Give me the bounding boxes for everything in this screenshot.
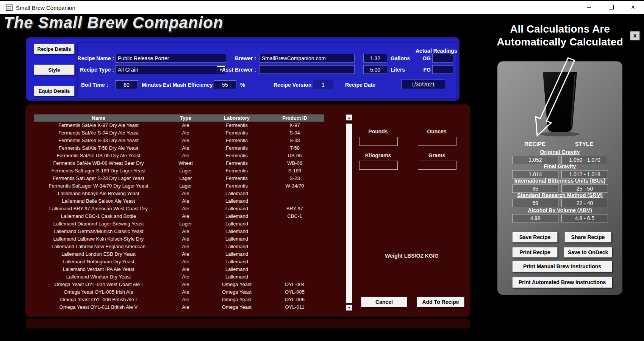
- table-row[interactable]: Lallemand Nottingham Dry Yeast Ale Lalle…: [34, 258, 324, 266]
- table-row[interactable]: Fermentis SafLager S-23 Dry Lager Yeast …: [34, 175, 324, 182]
- cell-product-id: WB-06: [265, 160, 324, 167]
- table-row[interactable]: Fermentis SafAle T-58 Dry Ale Yeast Ale …: [34, 144, 324, 152]
- table-row[interactable]: Omega Yeast OYL-011 British Ale V Ale Om…: [34, 303, 324, 311]
- final-gravity-label: Final Gravity: [497, 163, 622, 169]
- kilograms-input[interactable]: [359, 161, 398, 170]
- table-row[interactable]: Omega Yeast OYL-004 West Coast Ale I Ale…: [34, 281, 324, 288]
- page-title: The Small Brew Companion: [4, 14, 223, 32]
- brewer-input[interactable]: [259, 54, 355, 63]
- table-row[interactable]: Fermentis SafAle US-05 Dry Ale Yeast Ale…: [34, 152, 324, 160]
- close-button[interactable]: ✕: [622, 1, 644, 13]
- table-row[interactable]: Fermentis SafAle S-33 Dry Ale Yeast Ale …: [34, 137, 324, 144]
- cell-laboratory: Lallemand: [208, 250, 265, 258]
- ounces-input[interactable]: [418, 137, 456, 146]
- liters-input[interactable]: [363, 65, 387, 74]
- table-row[interactable]: Omega Yeast OYL-006 British Ale I Ale Om…: [34, 296, 324, 303]
- table-row[interactable]: Fermentis SafLager S-189 Dry Lager Yeast…: [34, 167, 324, 175]
- original-gravity-label: Original Gravity: [497, 149, 622, 155]
- table-row[interactable]: Fermentis SafAle K-97 Dry Ale Yeast Ale …: [34, 122, 324, 129]
- recipe-type-dropdown[interactable]: All Grain ▼: [115, 65, 226, 74]
- table-row[interactable]: Lallemand German/Munich Classic Yeast Al…: [34, 228, 324, 235]
- titlebar: Small Brew Companion ✕: [0, 0, 644, 14]
- boil-time-input[interactable]: [115, 80, 138, 89]
- pounds-input[interactable]: [359, 137, 398, 146]
- scroll-down-icon: ▼: [348, 306, 351, 310]
- table-row[interactable]: Lallemand Lalbrew New England American A…: [34, 243, 324, 250]
- table-scrollbar[interactable]: ▲ ▼: [346, 114, 352, 311]
- liters-label: Liters: [391, 67, 405, 73]
- cell-type: Lager: [163, 175, 208, 182]
- cell-laboratory: Lallemand: [208, 228, 265, 235]
- style-srm-range: 22 - 40: [561, 199, 608, 207]
- asst-brewer-input[interactable]: [259, 65, 355, 74]
- cell-name: Lallemand Belle Saison Ale Yeast: [34, 197, 163, 205]
- cell-product-id: [265, 273, 324, 281]
- cell-product-id: [265, 228, 324, 235]
- print-automated-brew-button[interactable]: Print Automated Brew Instructions: [512, 277, 612, 288]
- mash-efficiency-input[interactable]: [214, 80, 236, 89]
- print-manual-brew-button[interactable]: Print Manual Brew Instructions: [512, 261, 612, 272]
- scroll-down-button[interactable]: ▼: [346, 305, 352, 311]
- pounds-label: Pounds: [359, 128, 397, 135]
- save-recipe-button[interactable]: Save Recipe: [512, 232, 558, 242]
- style-button[interactable]: Style: [34, 64, 75, 75]
- print-recipe-button[interactable]: Print Recipe: [512, 247, 558, 258]
- cell-type: Lager: [163, 220, 208, 228]
- table-row[interactable]: Lallemand Belle Saison Ale Yeast Ale Lal…: [34, 197, 324, 205]
- column-header-name[interactable]: Name: [34, 114, 163, 122]
- cell-laboratory: Fermentis: [208, 182, 265, 190]
- add-to-recipe-button[interactable]: Add To Recipe: [417, 297, 464, 307]
- cell-type: Ale: [163, 258, 208, 266]
- scroll-up-button[interactable]: ▲: [346, 114, 352, 120]
- table-row[interactable]: Omega Yeast OYL-005 Irish Ale Ale Omega …: [34, 288, 324, 296]
- cell-type: Ale: [163, 288, 208, 296]
- table-row[interactable]: Fermentis SafAle S-04 Dry Ale Yeast Ale …: [34, 129, 324, 137]
- table-row[interactable]: Fermentis SafAle WB-06 Wheat Beer Dry Wh…: [34, 160, 324, 167]
- cell-type: Ale: [163, 190, 208, 197]
- close-icon: ✕: [631, 4, 635, 10]
- maximize-button[interactable]: [600, 1, 622, 13]
- recipe-date-input[interactable]: [401, 80, 445, 89]
- cancel-button[interactable]: Cancel: [361, 297, 407, 307]
- scrollbar-thumb[interactable]: [346, 124, 352, 303]
- equip-details-button[interactable]: Equip Details: [34, 86, 75, 96]
- column-header-laboratory[interactable]: Laboratory: [208, 114, 265, 122]
- table-row[interactable]: Lallemand CBC-1 Cask and Bottle Ale Lall…: [34, 213, 324, 220]
- table-row[interactable]: Lallemand London ESB Dry Yeast Ale Lalle…: [34, 250, 324, 258]
- table-row[interactable]: Lallemand Diamond Lager Brewing Yeast La…: [34, 220, 324, 228]
- table-row[interactable]: Lallemand Lalbrew Koln Kolsch-Style Dry …: [34, 235, 324, 243]
- column-header-type[interactable]: Type: [163, 114, 208, 122]
- brewer-label: Brewer :: [217, 55, 256, 61]
- share-recipe-button[interactable]: Share Recipe: [564, 232, 611, 242]
- cell-product-id: US-05: [265, 152, 324, 160]
- kilograms-label: Kilograms: [359, 152, 397, 158]
- cell-name: Lallemand CBC-1 Cask and Bottle: [34, 213, 163, 220]
- table-row[interactable]: Lallemand Windsor Dry Yeast Ale Lalleman…: [34, 273, 324, 281]
- cell-name: Lallemand Nottingham Dry Yeast: [34, 258, 163, 266]
- table-row[interactable]: Lallemand Verdant IPA Ale Yeast Ale Lall…: [34, 266, 324, 273]
- cell-product-id: [265, 220, 324, 228]
- recipe-details-button[interactable]: Recipe Details: [34, 44, 75, 54]
- cell-product-id: S-189: [265, 167, 324, 175]
- style-og-range: 1.050 - 1.070: [561, 156, 608, 164]
- yeast-table-body: Fermentis SafAle K-97 Dry Ale Yeast Ale …: [34, 122, 324, 311]
- abv-label: Alcohol By Volume (ABV): [497, 207, 622, 213]
- fg-input[interactable]: [432, 65, 453, 74]
- column-header-product-id[interactable]: Product ID: [265, 114, 324, 122]
- table-row[interactable]: Fermentis SafLager W-34/70 Dry Lager Yea…: [34, 182, 324, 190]
- save-to-ondeck-button[interactable]: Save to OnDeck: [564, 247, 612, 258]
- mash-efficiency-label: Est Mash Efficiency :: [163, 82, 212, 88]
- recipe-og-value: 1.052: [512, 156, 558, 164]
- table-row[interactable]: Lallemand BRY-97 American West Coast Dry…: [34, 205, 324, 213]
- grams-input[interactable]: [418, 161, 456, 170]
- srm-label: Standard Research Method (SRM): [497, 192, 622, 198]
- gallons-input[interactable]: [363, 54, 387, 63]
- cell-type: Ale: [163, 281, 208, 288]
- og-input[interactable]: [432, 54, 453, 63]
- recipe-name-input[interactable]: [115, 54, 226, 63]
- minimize-button[interactable]: [578, 1, 600, 13]
- cell-type: Ale: [163, 273, 208, 281]
- recipe-version-value[interactable]: 1: [313, 80, 333, 89]
- cell-name: Fermentis SafAle WB-06 Wheat Beer Dry: [34, 160, 163, 167]
- table-row[interactable]: Lallemand Abbaye Ale Brewing Yeast Ale L…: [34, 190, 324, 197]
